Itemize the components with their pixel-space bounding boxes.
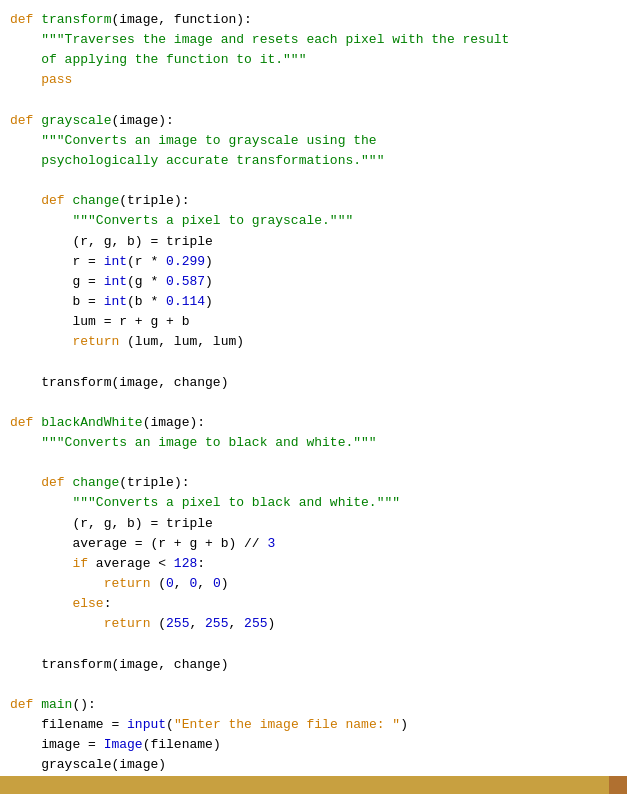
code-area[interactable]: def transform(image, function): """Trave…	[0, 10, 627, 794]
bottom-bar	[0, 776, 627, 794]
bottom-bar-accent	[609, 776, 627, 794]
editor-container: def transform(image, function): """Trave…	[0, 0, 627, 794]
